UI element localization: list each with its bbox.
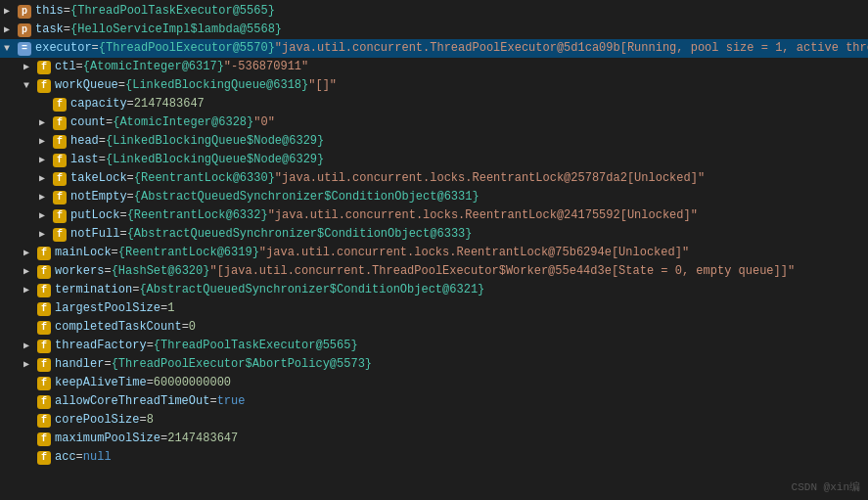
var-name: workQueue (55, 76, 118, 95)
toggle-arrow[interactable] (4, 21, 18, 39)
toggle-arrow[interactable] (23, 262, 37, 281)
var-name: last (70, 151, 99, 169)
toggle-arrow[interactable] (23, 76, 37, 95)
toggle-arrow[interactable] (39, 225, 53, 244)
var-value: {AtomicInteger@6317} (83, 58, 224, 76)
type-badge: p (18, 23, 31, 37)
var-value: {LinkedBlockingQueue$Node@6329} (106, 151, 324, 169)
var-name: maximumPoolSize (55, 430, 160, 448)
operator: = (64, 21, 70, 39)
tree-row[interactable]: fnotEmpty = {AbstractQueuedSynchronizer$… (0, 188, 868, 206)
type-badge: f (37, 284, 51, 297)
tree-row[interactable]: fcorePoolSize = 8 (0, 411, 868, 430)
var-value: {HashSet@6320} (112, 262, 210, 281)
toggle-arrow[interactable] (23, 58, 37, 76)
type-badge: f (53, 98, 67, 112)
type-badge: f (37, 414, 51, 428)
type-badge: f (53, 116, 67, 130)
operator: = (76, 448, 83, 467)
var-value: {ReentrantLock@6332} (127, 206, 268, 225)
type-badge: f (53, 172, 67, 186)
watermark: CSDN @xin编 (792, 479, 860, 494)
var-value: {ThreadPoolExecutor@5570} (99, 39, 275, 58)
operator: = (160, 430, 167, 448)
var-value: {HelloServiceImpl$lambda@5568} (70, 21, 282, 39)
var-name: corePoolSize (55, 411, 139, 430)
tree-row[interactable]: ftermination = {AbstractQueuedSynchroniz… (0, 281, 868, 299)
tree-row[interactable]: facc = null (0, 448, 868, 467)
tree-row[interactable]: fhandler = {ThreadPoolExecutor$AbortPoli… (0, 355, 868, 374)
tree-row[interactable]: flargestPoolSize = 1 (0, 299, 868, 318)
var-name: ctl (55, 58, 76, 76)
var-name: largestPoolSize (55, 299, 160, 318)
tree-row[interactable]: fworkQueue = {LinkedBlockingQueue@6318} … (0, 76, 868, 95)
operator: = (119, 225, 126, 244)
var-value: 60000000000 (154, 374, 231, 392)
var-name: threadFactory (55, 337, 147, 355)
operator: = (76, 58, 83, 76)
var-name: capacity (70, 95, 127, 114)
extra-string: "[]" (308, 76, 337, 95)
toggle-arrow[interactable] (23, 281, 37, 299)
var-value: {ThreadPoolTaskExecutor@5565} (70, 2, 275, 21)
debug-tree[interactable]: pthis = {ThreadPoolTaskExecutor@5565}pta… (0, 0, 868, 500)
tree-row[interactable]: fkeepAliveTime = 60000000000 (0, 374, 868, 392)
operator: = (104, 355, 111, 374)
operator: = (147, 337, 154, 355)
tree-row[interactable]: fcompletedTaskCount = 0 (0, 318, 868, 337)
tree-row[interactable]: fctl = {AtomicInteger@6317} "-536870911" (0, 58, 868, 76)
toggle-arrow[interactable] (39, 114, 53, 132)
extra-string: "-536870911" (224, 58, 308, 76)
var-value: {AtomicInteger@6328} (113, 114, 253, 132)
tree-row[interactable]: fcapacity = 2147483647 (0, 95, 868, 114)
operator: = (112, 244, 118, 262)
tree-row[interactable]: fnotFull = {AbstractQueuedSynchronizer$C… (0, 225, 868, 244)
toggle-arrow[interactable] (23, 355, 37, 374)
var-name: mainLock (55, 244, 112, 262)
tree-row[interactable]: fputLock = {ReentrantLock@6332} "java.ut… (0, 206, 868, 225)
toggle-arrow[interactable] (39, 151, 53, 169)
tree-row[interactable]: ftakeLock = {ReentrantLock@6330} "java.u… (0, 169, 868, 188)
tree-row[interactable]: fallowCoreThreadTimeOut = true (0, 392, 868, 411)
toggle-arrow[interactable] (4, 2, 18, 21)
type-badge: f (37, 321, 51, 335)
tree-row[interactable]: fcount = {AtomicInteger@6328} "0" (0, 114, 868, 132)
tree-row[interactable]: fmaximumPoolSize = 2147483647 (0, 430, 868, 448)
tree-row[interactable]: fworkers = {HashSet@6320} "[java.util.co… (0, 262, 868, 281)
toggle-arrow[interactable] (23, 244, 37, 262)
tree-row[interactable]: flast = {LinkedBlockingQueue$Node@6329} (0, 151, 868, 169)
var-name: keepAliveTime (55, 374, 147, 392)
toggle-arrow[interactable] (39, 132, 53, 151)
operator: = (99, 151, 106, 169)
type-badge: = (18, 42, 31, 56)
operator: = (106, 114, 113, 132)
var-value: {AbstractQueuedSynchronizer$ConditionObj… (134, 188, 480, 206)
tree-row[interactable]: ptask = {HelloServiceImpl$lambda@5568} (0, 21, 868, 39)
var-value: {ReentrantLock@6330} (134, 169, 275, 188)
var-value: {AbstractQueuedSynchronizer$ConditionObj… (139, 281, 484, 299)
operator: = (139, 411, 146, 430)
operator: = (132, 281, 139, 299)
type-badge: f (53, 135, 67, 149)
tree-row[interactable]: fhead = {LinkedBlockingQueue$Node@6329} (0, 132, 868, 151)
type-badge: f (37, 432, 51, 446)
extra-string: "0" (253, 114, 275, 132)
toggle-arrow[interactable] (23, 337, 37, 355)
toggle-arrow[interactable] (39, 169, 53, 188)
type-badge: f (37, 395, 51, 409)
var-value: {ThreadPoolExecutor$AbortPolicy@5573} (112, 355, 372, 374)
tree-row[interactable]: =executor = {ThreadPoolExecutor@5570} "j… (0, 39, 868, 58)
tree-row[interactable]: fthreadFactory = {ThreadPoolTaskExecutor… (0, 337, 868, 355)
toggle-arrow[interactable] (39, 188, 53, 206)
var-name: this (35, 2, 64, 21)
var-value: 1 (167, 299, 174, 318)
tree-row[interactable]: fmainLock = {ReentrantLock@6319} "java.u… (0, 244, 868, 262)
toggle-arrow[interactable] (39, 206, 53, 225)
var-name: handler (55, 355, 104, 374)
toggle-arrow[interactable] (4, 39, 18, 58)
var-value: {ReentrantLock@6319} (118, 244, 259, 262)
tree-row[interactable]: pthis = {ThreadPoolTaskExecutor@5565} (0, 2, 868, 21)
extra-string: "[java.util.concurrent.ThreadPoolExecuto… (209, 262, 795, 281)
type-badge: f (37, 302, 51, 316)
operator: = (92, 39, 99, 58)
